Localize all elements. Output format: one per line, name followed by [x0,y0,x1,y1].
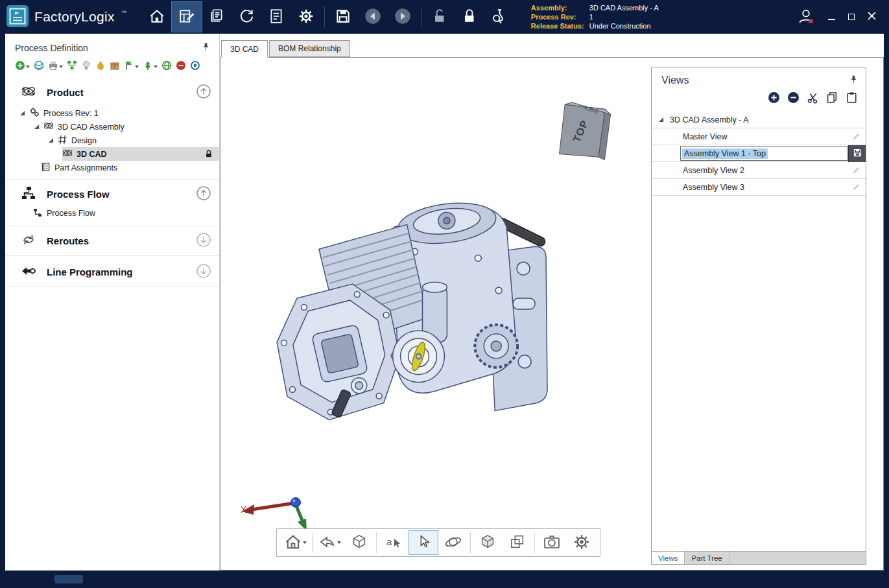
tree-item-part-assignments[interactable]: Part Assignments [5,161,219,174]
droplet-button[interactable] [95,60,106,73]
viewer-settings-button[interactable] [567,530,597,555]
cad-viewport[interactable]: TOP BACK X a [220,57,884,570]
reports-button[interactable] [261,2,291,32]
tab-bom-relationship[interactable]: BOM Relationship [269,40,350,57]
gears-icon [29,107,40,119]
view-name-input[interactable]: Assembly View 1 - Top [680,146,848,161]
process-flow-item[interactable]: Process Flow [5,206,219,221]
process-flow-section-header[interactable]: Process Flow [5,184,219,206]
reroutes-section-label: Reroutes [47,235,185,246]
close-button[interactable] [868,12,876,22]
package-icon [110,60,120,73]
views-root-node[interactable]: 3D CAD Assembly - A [652,112,866,128]
cut-view-button[interactable] [807,91,819,106]
back-button[interactable] [358,2,388,32]
toolbar-separator [312,532,313,553]
view-cube[interactable]: TOP BACK [547,95,612,167]
process-definition-button[interactable] [172,2,202,32]
view-orientation-icon [318,533,337,553]
view-orientation-button[interactable] [314,530,344,555]
remove-button[interactable] [176,60,186,73]
pin-views-panel-button[interactable] [849,75,858,86]
record-button[interactable] [190,60,200,73]
annotate-button[interactable]: a [379,530,409,555]
expander-icon[interactable] [34,123,40,132]
line-programming-section-header[interactable]: Line Programming [5,261,219,282]
organize-button[interactable] [67,60,77,73]
line-programming-icon [21,263,36,281]
add-view-button[interactable] [768,91,780,106]
expander-icon[interactable] [658,115,664,124]
tab-3d-cad[interactable]: 3D CAD [221,40,268,58]
settings-button[interactable] [291,2,321,32]
sync-button[interactable] [231,2,261,32]
text-select-icon: a [385,533,403,553]
tab-part-tree[interactable]: Part Tree [685,552,729,564]
tree-icon [143,60,153,73]
orbit-button[interactable] [438,530,468,555]
solid-view-button[interactable] [473,530,503,555]
main-area: 3D CAD BOM Relationship [220,34,884,570]
user-logout-button[interactable] [797,7,815,27]
tree-item-process-rev[interactable]: Process Rev: 1 [5,106,219,120]
maximize-button[interactable] [848,12,855,22]
collapse-process-flow-button[interactable] [196,185,211,203]
flag-button[interactable] [124,60,139,73]
section-view-button[interactable] [503,530,532,555]
home-button[interactable] [142,2,172,32]
view-item-editing[interactable]: Assembly View 1 - Top [652,145,866,162]
add-item-button[interactable] [15,60,30,73]
expand-reroutes-button[interactable] [196,232,211,250]
expander-icon[interactable] [48,136,54,145]
view-item-3[interactable]: Assembly View 3 [652,179,866,196]
print-button[interactable] [48,60,63,73]
lock-button[interactable] [455,2,484,32]
view-item-2[interactable]: Assembly View 2 [652,162,866,179]
copy-view-button[interactable] [826,91,838,106]
views-panel-empty-area [652,196,866,551]
remove-view-button[interactable] [787,91,800,106]
edit-pencil-icon[interactable] [851,165,861,175]
droplet-icon [95,60,106,73]
snapshot-button[interactable] [537,530,567,555]
save-view-button[interactable] [848,145,866,162]
audit-search-button[interactable] [484,2,514,32]
package-button[interactable] [110,60,120,73]
perspective-cube-button[interactable] [344,530,374,555]
paste-view-button[interactable] [846,91,858,106]
unlock-button[interactable] [425,2,455,32]
expander-icon[interactable] [19,109,25,118]
tree-button[interactable] [143,60,158,73]
view-item-master[interactable]: Master View [652,128,866,145]
save-button[interactable] [328,2,358,32]
globe-button[interactable] [161,60,172,73]
tree-item-3d-cad[interactable]: 3D CAD [62,147,219,161]
tree-item-design[interactable]: Design [5,134,219,147]
network-button[interactable] [34,60,44,73]
documents-button[interactable] [202,2,231,32]
edit-pencil-icon[interactable] [851,182,861,192]
unlock-icon [431,8,448,27]
pin-panel-button[interactable] [202,42,210,54]
reroutes-section-header[interactable]: Reroutes [5,231,219,251]
process-definition-panel: Process Definition Product [5,34,220,570]
product-section-header[interactable]: Product [5,78,219,106]
assembly-label: Assembly: [531,4,584,12]
documents-icon [208,8,225,27]
svg-text:a: a [386,536,392,547]
tree-item-label: Design [71,136,97,145]
chevron-down-icon [303,541,307,544]
edit-pencil-icon[interactable] [851,132,861,141]
close-icon [868,12,876,22]
home-view-button[interactable] [280,530,310,555]
factorylogix-logo-icon [6,5,29,29]
minimize-button[interactable] [828,12,835,22]
collapse-product-button[interactable] [196,84,211,101]
orbit-icon [444,533,462,553]
lamp-button[interactable] [81,60,91,73]
forward-button[interactable] [388,2,418,32]
select-button[interactable] [409,530,438,555]
expand-line-programming-button[interactable] [196,263,211,281]
tree-item-3d-cad-assembly[interactable]: 3D CAD Assembly [5,120,219,134]
tab-views[interactable]: Views [652,552,685,564]
